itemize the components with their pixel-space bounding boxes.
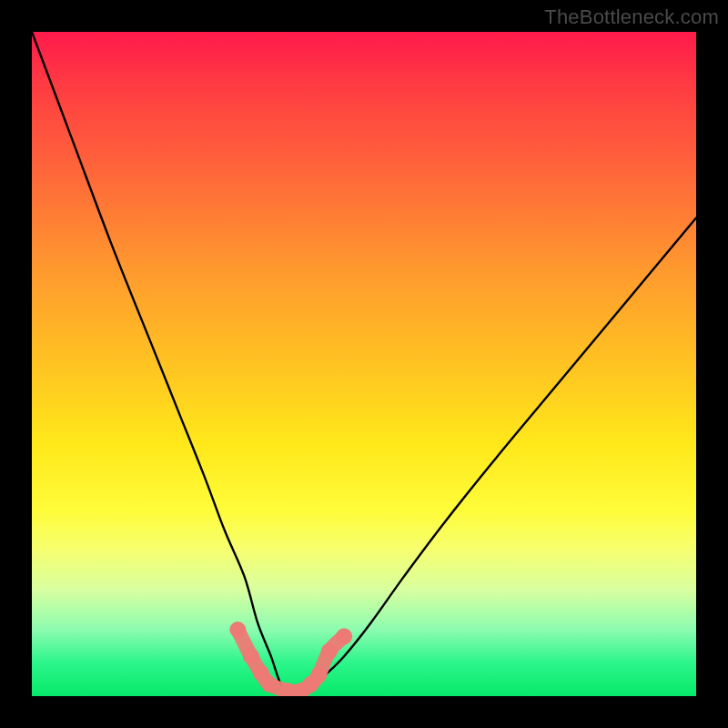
marker-dots	[229, 622, 352, 696]
marker-dot	[261, 676, 278, 693]
chart-frame: TheBottleneck.com	[0, 0, 728, 728]
marker-dot	[229, 622, 246, 638]
marker-dot	[336, 628, 352, 644]
chart-plot-area	[32, 32, 696, 696]
marker-dot	[321, 642, 338, 659]
curve-path	[32, 32, 696, 691]
marker-dot	[243, 648, 259, 664]
watermark-label: TheBottleneck.com	[544, 5, 719, 29]
chart-svg	[32, 32, 696, 696]
marker-dot	[310, 667, 327, 683]
bottleneck-curve	[32, 32, 696, 691]
